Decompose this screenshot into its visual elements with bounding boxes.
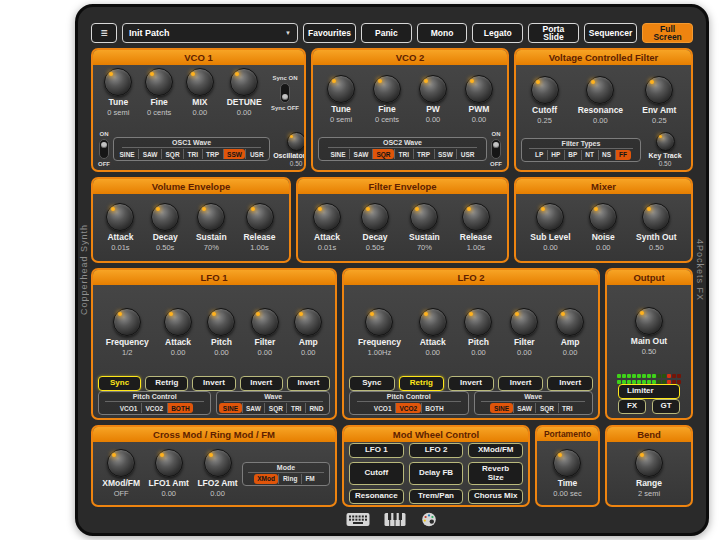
option-tri[interactable]: TRI xyxy=(394,149,412,159)
option-vco2[interactable]: VCO2 xyxy=(395,403,421,413)
menu-button[interactable]: ≡ xyxy=(91,23,117,43)
option-ns[interactable]: NS xyxy=(598,150,615,160)
detune-knob[interactable] xyxy=(230,68,258,96)
decay-knob[interactable] xyxy=(361,203,389,231)
option-rnd[interactable]: RND xyxy=(305,403,327,413)
key-track-knob[interactable] xyxy=(656,132,675,151)
option-hp[interactable]: HP xyxy=(547,150,564,160)
resonance-button[interactable]: Resonance xyxy=(349,489,404,504)
osc2-power-toggle[interactable]: ON OFF xyxy=(490,131,502,167)
full-screen-button[interactable]: Full Screen xyxy=(642,23,693,43)
invert-button[interactable]: Invert xyxy=(240,376,283,391)
option-tri[interactable]: TRI xyxy=(558,403,576,413)
frequency-knob[interactable] xyxy=(113,308,141,336)
option-ff[interactable]: FF xyxy=(615,150,631,160)
option-saw[interactable]: SAW xyxy=(513,403,536,413)
lfo2-amt-knob[interactable] xyxy=(204,449,232,477)
option-tri[interactable]: TRI xyxy=(183,149,201,159)
osc-sync-toggle[interactable]: Sync ON Sync OFF xyxy=(271,75,299,111)
amp-knob[interactable] xyxy=(294,308,322,336)
main-out-knob[interactable] xyxy=(635,307,663,335)
option-sine[interactable]: SINE xyxy=(116,149,138,159)
option-ssw[interactable]: SSW xyxy=(223,149,246,159)
sync-button[interactable]: Sync xyxy=(98,376,141,391)
tune-knob[interactable] xyxy=(104,68,132,96)
release-knob[interactable] xyxy=(462,203,490,231)
option-sine[interactable]: SINE xyxy=(219,403,241,413)
delay-fb-button[interactable]: Delay FB xyxy=(409,462,464,486)
frequency-knob[interactable] xyxy=(365,308,393,336)
option-sqr[interactable]: SQR xyxy=(372,149,394,159)
option-sqr[interactable]: SQR xyxy=(264,403,286,413)
amp-knob[interactable] xyxy=(556,308,584,336)
option-sine[interactable]: SINE xyxy=(327,149,349,159)
sync-button[interactable]: Sync xyxy=(349,376,395,391)
range-knob[interactable] xyxy=(635,449,663,477)
release-knob[interactable] xyxy=(246,203,274,231)
invert-button[interactable]: Invert xyxy=(287,376,330,391)
option-sqr[interactable]: SQR xyxy=(535,403,557,413)
palette-icon[interactable] xyxy=(420,512,438,527)
legato-button[interactable]: Legato xyxy=(472,23,523,43)
pitch-knob[interactable] xyxy=(464,308,492,336)
option-bp[interactable]: BP xyxy=(564,150,581,160)
sustain-knob[interactable] xyxy=(197,203,225,231)
option-saw[interactable]: SAW xyxy=(242,403,265,413)
favourites-button[interactable]: Favourites xyxy=(303,23,356,43)
noise-knob[interactable] xyxy=(589,203,617,231)
option-sine[interactable]: SINE xyxy=(490,403,512,413)
attack-knob[interactable] xyxy=(313,203,341,231)
piano-icon[interactable] xyxy=(384,512,406,527)
fine-knob[interactable] xyxy=(145,68,173,96)
cutoff-button[interactable]: Cutoff xyxy=(349,462,404,486)
panic-button[interactable]: Panic xyxy=(361,23,412,43)
filter-knob[interactable] xyxy=(251,308,279,336)
pwm-knob[interactable] xyxy=(465,75,493,103)
retrig-button[interactable]: Retrig xyxy=(145,376,188,391)
option-ssw[interactable]: SSW xyxy=(434,149,457,159)
trem-pan-button[interactable]: Trem/Pan xyxy=(409,489,464,504)
osc1-power-toggle[interactable]: ON OFF xyxy=(98,131,110,167)
retrig-button[interactable]: Retrig xyxy=(399,376,445,391)
tune-knob[interactable] xyxy=(327,75,355,103)
option-nt[interactable]: NT xyxy=(581,150,598,160)
option-both[interactable]: BOTH xyxy=(421,403,447,413)
option-saw[interactable]: SAW xyxy=(349,149,372,159)
fx-button[interactable]: FX xyxy=(618,399,646,414)
option-both[interactable]: BOTH xyxy=(167,403,193,413)
lfo-2-button[interactable]: LFO 2 xyxy=(409,443,464,458)
pitch-knob[interactable] xyxy=(207,308,235,336)
fine-knob[interactable] xyxy=(373,75,401,103)
invert-button[interactable]: Invert xyxy=(498,376,544,391)
osc2-power-switch[interactable] xyxy=(491,139,501,159)
invert-button[interactable]: Invert xyxy=(547,376,593,391)
option-saw[interactable]: SAW xyxy=(138,149,161,159)
option-fm[interactable]: FM xyxy=(301,474,318,484)
gt-button[interactable]: GT xyxy=(652,399,680,414)
option-xmod[interactable]: XMod xyxy=(254,474,279,484)
option-lp[interactable]: LP xyxy=(531,150,546,160)
xmod-fm-button[interactable]: XMod/FM xyxy=(468,443,523,458)
mix-knob[interactable] xyxy=(186,68,214,96)
attack-knob[interactable] xyxy=(164,308,192,336)
reverb-size-button[interactable]: Reverb Size xyxy=(468,462,523,486)
option-vco1[interactable]: VCO1 xyxy=(116,403,141,413)
option-ring[interactable]: Ring xyxy=(278,474,300,484)
invert-button[interactable]: Invert xyxy=(192,376,235,391)
attack-knob[interactable] xyxy=(106,203,134,231)
sequencer-button[interactable]: Sequencer xyxy=(584,23,637,43)
osc1-power-switch[interactable] xyxy=(99,139,109,159)
sustain-knob[interactable] xyxy=(410,203,438,231)
option-usr[interactable]: USR xyxy=(456,149,478,159)
synth-out-knob[interactable] xyxy=(642,203,670,231)
decay-knob[interactable] xyxy=(151,203,179,231)
cutoff-knob[interactable] xyxy=(531,76,559,104)
option-sqr[interactable]: SQR xyxy=(161,149,183,159)
option-trp[interactable]: TRP xyxy=(202,149,223,159)
option-trp[interactable]: TRP xyxy=(413,149,434,159)
resonance-knob[interactable] xyxy=(586,76,614,104)
invert-button[interactable]: Invert xyxy=(448,376,494,391)
option-vco1[interactable]: VCO1 xyxy=(370,403,395,413)
option-tri[interactable]: TRI xyxy=(286,403,304,413)
env-amt-knob[interactable] xyxy=(645,76,673,104)
